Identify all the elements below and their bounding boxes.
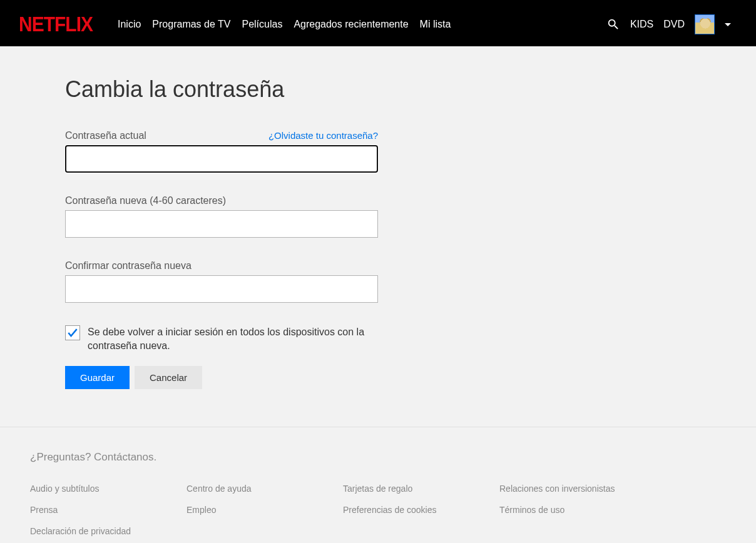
footer-link[interactable]: Términos de uso	[499, 505, 656, 515]
nav-link-programas[interactable]: Programas de TV	[152, 19, 230, 30]
nav-link-peliculas[interactable]: Películas	[242, 19, 282, 30]
kids-link[interactable]: KIDS	[630, 19, 653, 30]
nav-link-milista[interactable]: Mi lista	[420, 19, 451, 30]
footer-link[interactable]: Tarjetas de regalo	[343, 484, 499, 494]
main-content: Cambia la contraseña Contraseña actual ¿…	[0, 46, 756, 427]
nav-link-inicio[interactable]: Inicio	[118, 19, 141, 30]
footer-link[interactable]: Audio y subtítulos	[30, 484, 186, 494]
save-button[interactable]: Guardar	[65, 366, 130, 389]
header-right: KIDS DVD	[606, 14, 731, 34]
netflix-logo[interactable]: NETFLIX	[19, 13, 93, 36]
signout-checkbox-row: Se debe volver a iniciar sesión en todos…	[65, 325, 378, 352]
profile-caret-icon[interactable]	[725, 23, 731, 26]
primary-nav: Inicio Programas de TV Películas Agregad…	[118, 19, 606, 30]
confirm-password-label: Confirmar contraseña nueva	[65, 260, 192, 272]
forgot-password-link[interactable]: ¿Olvidaste tu contraseña?	[268, 130, 378, 141]
header: NETFLIX Inicio Programas de TV Películas…	[0, 3, 756, 46]
avatar[interactable]	[695, 14, 715, 34]
footer-link[interactable]: Preferencias de cookies	[343, 505, 499, 515]
nav-link-agregados[interactable]: Agregados recientemente	[294, 19, 408, 30]
footer-link[interactable]: Centro de ayuda	[186, 484, 343, 494]
footer-links: Audio y subtítulos Centro de ayuda Tarje…	[30, 484, 756, 536]
current-password-input[interactable]	[65, 145, 378, 173]
footer-link[interactable]: Relaciones con inversionistas	[499, 484, 656, 494]
footer-contact-link[interactable]: ¿Preguntas? Contáctanos.	[30, 451, 756, 464]
new-password-group: Contraseña nueva (4-60 caracteres)	[65, 195, 756, 238]
search-icon[interactable]	[606, 18, 620, 31]
signout-checkbox-label: Se debe volver a iniciar sesión en todos…	[88, 325, 378, 352]
dvd-link[interactable]: DVD	[663, 19, 685, 30]
new-password-input[interactable]	[65, 210, 378, 238]
footer-link[interactable]: Empleo	[186, 505, 343, 515]
footer-link[interactable]: Prensa	[30, 505, 186, 515]
current-password-group: Contraseña actual ¿Olvidaste tu contrase…	[65, 130, 756, 173]
footer: ¿Preguntas? Contáctanos. Audio y subtítu…	[0, 427, 756, 543]
signout-all-checkbox[interactable]	[65, 325, 80, 340]
confirm-password-input[interactable]	[65, 275, 378, 303]
current-password-label: Contraseña actual	[65, 130, 146, 141]
cancel-button[interactable]: Cancelar	[135, 366, 202, 389]
page-title: Cambia la contraseña	[65, 76, 756, 103]
new-password-label: Contraseña nueva (4-60 caracteres)	[65, 195, 226, 206]
confirm-password-group: Confirmar contraseña nueva	[65, 260, 756, 303]
footer-link[interactable]: Declaración de privacidad	[30, 526, 186, 536]
button-row: Guardar Cancelar	[65, 366, 756, 389]
